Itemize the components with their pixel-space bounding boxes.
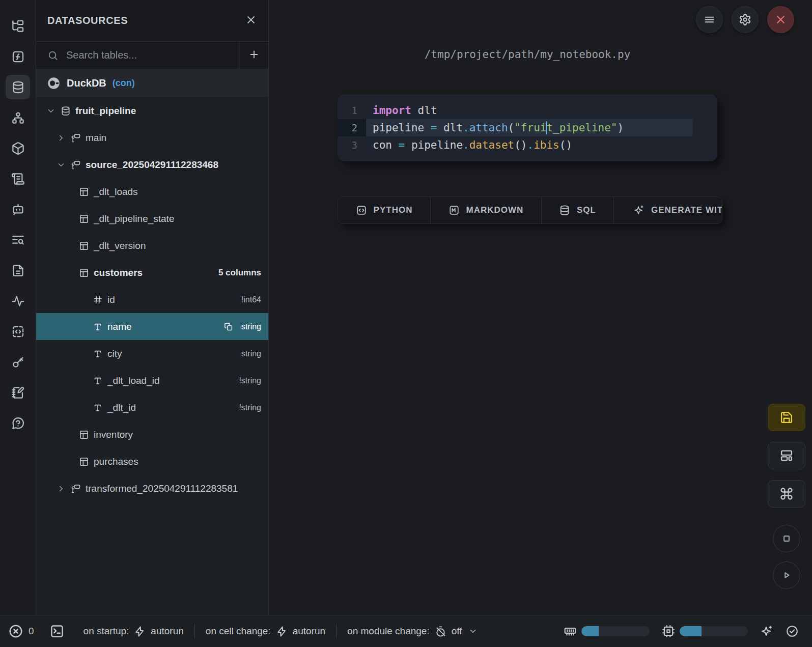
tree-label: name: [107, 321, 132, 332]
add-markdown-cell-button[interactable]: MARKDOWN: [431, 197, 542, 223]
tree-row-transformed_202504291112283581[interactable]: transformed_202504291112283581: [36, 475, 268, 502]
ai-assistant-button[interactable]: [760, 625, 773, 638]
tree-row-id[interactable]: id!int64: [36, 286, 268, 313]
tree-row-fruit_pipeline[interactable]: fruit_pipeline: [36, 97, 268, 124]
sparkles-icon: [633, 205, 645, 216]
command-icon: [779, 487, 794, 501]
rail-item-logs[interactable]: [6, 228, 30, 252]
plus-icon: [248, 48, 260, 62]
tree-row-purchases[interactable]: purchases: [36, 448, 268, 475]
sparkles-icon: [760, 625, 773, 638]
terminal-icon: [49, 624, 65, 639]
rail-item-packages[interactable]: [6, 136, 30, 160]
tree-right-label: 5 columns: [218, 268, 261, 278]
code-cell[interactable]: 1import dlt2pipeline = dlt.attach("fruit…: [338, 94, 717, 161]
setting-label: on startup:: [83, 626, 129, 637]
tree-right-label: !string: [239, 376, 261, 385]
text-search-icon: [11, 233, 25, 247]
chevron-right-icon[interactable]: [56, 484, 66, 493]
menu-button[interactable]: [696, 6, 723, 33]
hash-icon: [93, 295, 103, 305]
panel-close-button[interactable]: [245, 14, 257, 27]
save-button[interactable]: [768, 404, 805, 431]
generate-with-ai-button[interactable]: GENERATE WIT: [614, 197, 722, 223]
error-count[interactable]: 0: [8, 624, 34, 639]
rail-item-dependencies[interactable]: [6, 105, 30, 130]
cell-button-label: GENERATE WIT: [651, 205, 722, 215]
tree-row-_dlt_load_id[interactable]: _dlt_load_id!string: [36, 367, 268, 394]
cell-button-label: PYTHON: [374, 205, 413, 215]
table-icon: [79, 187, 89, 197]
settings-button[interactable]: [732, 6, 759, 33]
ram-usage-meter-fill: [581, 626, 599, 636]
rail-item-snippets[interactable]: [6, 258, 30, 283]
rail-item-documentation[interactable]: [6, 166, 30, 191]
file-text-icon: [11, 264, 25, 277]
tree-row-inventory[interactable]: inventory: [36, 421, 268, 448]
tree-row-_dlt_id[interactable]: _dlt_id!string: [36, 394, 268, 421]
on-module-change-setting[interactable]: on module change:off: [337, 626, 488, 637]
rail-item-file-tree[interactable]: [6, 14, 30, 38]
add-sql-cell-button[interactable]: SQL: [542, 197, 614, 223]
command-palette-button[interactable]: [768, 480, 805, 508]
play-icon: [780, 569, 793, 582]
search-tables-input[interactable]: [66, 49, 228, 61]
connection-status-button[interactable]: [786, 625, 799, 638]
tree-row-main[interactable]: main: [36, 124, 268, 151]
on-startup-setting[interactable]: on startup:autorun: [73, 626, 194, 637]
chevron-right-icon[interactable]: [56, 133, 66, 143]
table-icon: [79, 430, 89, 440]
layout-icon: [779, 448, 794, 463]
rail-item-ai-chat[interactable]: [6, 197, 30, 221]
code-text: con = pipeline.dataset().ibis(): [366, 136, 693, 154]
layout-button[interactable]: [768, 442, 805, 469]
connection-engine: DuckDB: [67, 77, 106, 89]
on-cell-change-setting[interactable]: on cell change:autorun: [195, 626, 336, 637]
rail-item-help[interactable]: [6, 411, 30, 435]
run-button[interactable]: [773, 561, 800, 589]
tree-row-_dlt_version[interactable]: _dlt_version: [36, 232, 268, 259]
tree-row-source_202504291112283468[interactable]: source_202504291112283468: [36, 151, 268, 178]
save-icon: [779, 410, 794, 425]
ram-usage-meter: [564, 625, 650, 638]
copy-icon[interactable]: [224, 322, 233, 331]
tree-row-_dlt_loads[interactable]: _dlt_loads: [36, 178, 268, 205]
tree-icon: [11, 19, 25, 33]
circle-x-icon: [8, 624, 23, 639]
type-t-icon: [93, 349, 103, 359]
panel-header: DATASOURCES: [36, 0, 268, 42]
terminal-button[interactable]: [49, 624, 65, 639]
rail-item-code-snippets[interactable]: [6, 319, 30, 344]
connection-variable: (con): [113, 78, 135, 89]
type-t-icon: [93, 322, 103, 332]
rail-item-tracing[interactable]: [6, 289, 30, 313]
add-datasource-button[interactable]: [239, 42, 268, 69]
tree-row-_dlt_pipeline_state[interactable]: _dlt_pipeline_state: [36, 205, 268, 232]
tree-row-city[interactable]: citystring: [36, 340, 268, 367]
line-number: 1: [338, 102, 366, 119]
rail-item-scratchpad[interactable]: [6, 380, 30, 405]
tree-row-customers[interactable]: customers5 columns: [36, 259, 268, 286]
chevron-down-icon[interactable]: [56, 160, 66, 170]
tree-right-label: !string: [239, 403, 261, 412]
status-right: [564, 625, 799, 638]
tree-label: customers: [94, 267, 143, 278]
chevron-down-icon[interactable]: [46, 106, 56, 116]
rail-item-datasources[interactable]: [6, 75, 30, 99]
function-square-icon: [11, 50, 25, 64]
setting-label: on cell change:: [206, 626, 271, 637]
rail-item-functions[interactable]: [6, 44, 30, 69]
table-icon: [79, 214, 89, 224]
connection-row[interactable]: DuckDB (con): [36, 69, 268, 97]
stop-button[interactable]: [773, 525, 800, 552]
tree-label: _dlt_id: [107, 402, 136, 413]
tree-row-name[interactable]: namestring: [36, 313, 268, 340]
rail-item-secrets[interactable]: [6, 350, 30, 374]
search-box: [36, 42, 239, 69]
database-icon: [559, 205, 570, 216]
add-python-cell-button[interactable]: PYTHON: [338, 197, 431, 223]
notebook-path: /tmp/project/path/my_notebook.py: [338, 48, 717, 61]
close-button[interactable]: [767, 6, 794, 33]
key-icon: [11, 355, 25, 369]
setting-value: autorun: [151, 626, 183, 637]
